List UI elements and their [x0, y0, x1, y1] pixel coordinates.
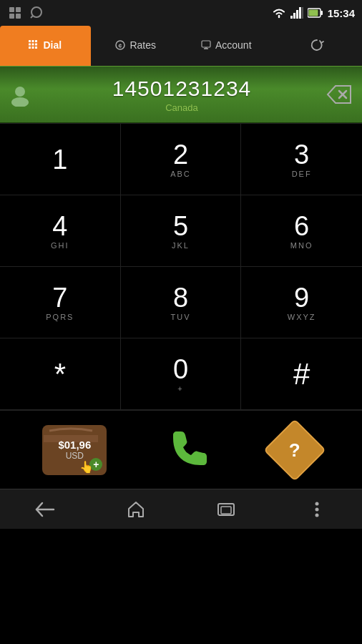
help-question-mark: ?	[289, 439, 300, 461]
svg-rect-18	[35, 44, 37, 46]
contact-icon	[7, 82, 33, 107]
nav-home-button[interactable]	[114, 495, 157, 524]
status-bar: 15:34	[0, 0, 362, 26]
svg-point-27	[15, 87, 25, 97]
svg-rect-6	[293, 13, 295, 19]
svg-point-36	[315, 507, 318, 511]
tab-dial-label: Dial	[43, 39, 62, 51]
nav-bar	[0, 489, 362, 529]
svg-rect-5	[290, 16, 293, 19]
nav-recents-button[interactable]	[205, 495, 248, 524]
svg-rect-9	[302, 7, 303, 19]
svg-rect-8	[299, 7, 301, 19]
tab-bar: Dial ¢ Rates Account	[0, 26, 362, 66]
svg-rect-3	[16, 14, 21, 19]
tab-rates-label: Rates	[129, 39, 156, 51]
tab-dial[interactable]: Dial	[0, 26, 91, 66]
svg-rect-7	[296, 10, 298, 19]
key-7[interactable]: 7 PQRS	[0, 267, 121, 338]
svg-rect-16	[29, 44, 31, 46]
key-1[interactable]: 1	[0, 124, 121, 195]
tab-rates[interactable]: ¢ Rates	[91, 26, 182, 66]
status-time: 15:34	[328, 7, 355, 19]
recents-icon	[217, 502, 235, 517]
display-content: 14501231234 Canada	[40, 77, 323, 113]
wallet-button[interactable]: $01,96 USD + 👆	[42, 425, 107, 475]
wallet-amount: $01,96	[58, 439, 91, 451]
key-hash[interactable]: #	[241, 338, 362, 410]
svg-rect-19	[29, 47, 31, 49]
svg-point-37	[315, 513, 318, 517]
dialpad-grid: 1 2 ABC 3 DEF 4 GHI 5 JKL 6 MNO 7 PQRS 8	[0, 123, 362, 410]
wifi-icon	[272, 7, 286, 19]
more-icon	[315, 502, 319, 517]
key-3[interactable]: 3 DEF	[241, 124, 362, 195]
signal-icon	[290, 7, 303, 19]
rates-icon: ¢	[115, 40, 125, 50]
svg-rect-13	[29, 40, 31, 42]
phone-display: 14501231234 Canada	[0, 66, 362, 123]
phone-number: 14501231234	[112, 77, 252, 101]
country-label: Canada	[165, 102, 198, 113]
app-icon-1	[7, 5, 23, 21]
bottom-actions: $01,96 USD + 👆 ?	[0, 410, 362, 489]
svg-rect-14	[32, 40, 34, 42]
svg-rect-21	[35, 47, 37, 49]
key-9[interactable]: 9 WXYZ	[241, 267, 362, 338]
account-icon	[201, 40, 211, 50]
key-8[interactable]: 8 TUV	[121, 267, 242, 338]
nav-back-button[interactable]	[24, 495, 67, 524]
help-button[interactable]: ?	[270, 425, 320, 475]
svg-point-28	[11, 97, 29, 107]
call-phone-icon	[166, 428, 210, 472]
home-icon	[127, 501, 145, 518]
status-left-icons	[7, 5, 44, 21]
backspace-button[interactable]	[323, 79, 355, 110]
battery-icon	[308, 8, 323, 18]
key-2[interactable]: 2 ABC	[121, 124, 242, 195]
svg-rect-2	[9, 14, 14, 19]
help-diamond-icon: ?	[263, 419, 326, 482]
svg-rect-24	[202, 41, 210, 47]
status-right-icons: 15:34	[272, 7, 355, 19]
svg-rect-34	[221, 507, 231, 514]
svg-rect-15	[35, 40, 37, 42]
svg-rect-1	[16, 7, 21, 12]
call-button[interactable]	[163, 425, 213, 475]
dialpad: 1 2 ABC 3 DEF 4 GHI 5 JKL 6 MNO 7 PQRS 8	[0, 123, 362, 410]
app-icon-2	[29, 5, 44, 21]
dial-grid-icon	[29, 40, 39, 50]
svg-rect-20	[32, 47, 34, 49]
svg-rect-0	[9, 7, 14, 12]
tab-account-label: Account	[215, 39, 252, 51]
history-icon	[309, 37, 325, 53]
back-icon	[35, 502, 55, 517]
nav-more-button[interactable]	[295, 495, 338, 524]
svg-rect-17	[32, 44, 34, 46]
svg-rect-11	[321, 11, 323, 15]
key-4[interactable]: 4 GHI	[0, 195, 121, 267]
svg-text:¢: ¢	[119, 42, 122, 49]
tab-history[interactable]	[272, 26, 363, 66]
key-star[interactable]: *	[0, 338, 121, 410]
svg-point-4	[31, 7, 41, 17]
cursor-icon: 👆	[79, 460, 94, 474]
svg-point-35	[315, 502, 318, 505]
key-0[interactable]: 0 +	[121, 338, 242, 410]
key-5[interactable]: 5 JKL	[121, 195, 242, 267]
svg-rect-12	[308, 10, 318, 16]
key-6[interactable]: 6 MNO	[241, 195, 362, 267]
tab-account[interactable]: Account	[181, 26, 272, 66]
